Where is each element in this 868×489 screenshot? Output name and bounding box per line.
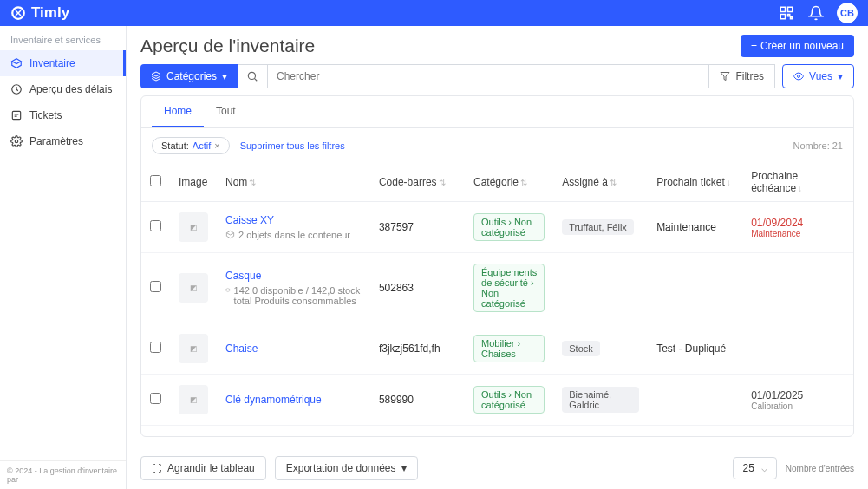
barcode-cell: 387597	[370, 202, 465, 253]
assignee-badge: Stock	[562, 341, 600, 356]
col-assignee: Assigné à	[562, 176, 608, 188]
category-badge[interactable]: Outils › Non catégorisé	[473, 213, 545, 241]
qr-icon[interactable]	[778, 4, 795, 22]
select-all-checkbox[interactable]	[150, 175, 161, 186]
filter-icon	[720, 71, 730, 82]
close-icon[interactable]: ×	[214, 140, 219, 151]
svg-rect-3	[780, 15, 785, 19]
sort-icon[interactable]: ⇅	[249, 178, 256, 187]
item-name-link[interactable]: Caisse XY	[225, 214, 274, 226]
item-name-link[interactable]: Chaise	[225, 342, 258, 355]
row-checkbox[interactable]	[150, 281, 161, 292]
table-row: ◩ Casque142,0 disponible / 142,0 stock t…	[141, 253, 853, 323]
sort-icon[interactable]: ⇅	[439, 178, 446, 187]
tab-all[interactable]: Tout	[204, 96, 248, 127]
svg-point-9	[248, 72, 255, 79]
table-row: ◩ Caisse XY2 objets dans le conteneur 38…	[141, 202, 853, 253]
item-subtext: 142,0 disponible / 142,0 stock total Pro…	[225, 285, 362, 306]
item-name-link[interactable]: Casque	[225, 270, 261, 282]
next-ticket-cell	[648, 253, 742, 323]
row-checkbox[interactable]	[150, 342, 161, 353]
views-button[interactable]: Vues ▾	[782, 64, 854, 88]
item-thumbnail: ◩	[179, 273, 208, 303]
col-category: Catégorie	[473, 176, 519, 188]
cube-icon	[225, 230, 235, 239]
next-ticket-cell: Maintenance	[648, 202, 742, 253]
filter-chip-status[interactable]: Statut: Actif ×	[152, 137, 230, 154]
col-next-due: Prochaine échéance	[751, 170, 798, 194]
inventory-table: Image Nom⇅ Code-barres⇅ Catégorie⇅ Assig…	[141, 163, 853, 436]
due-type: Calibration	[751, 401, 845, 411]
col-barcode: Code-barres	[379, 176, 437, 188]
brand-name: Timly	[31, 4, 69, 22]
brand-logo[interactable]: Timly	[10, 4, 69, 22]
due-date: 01/09/2024	[751, 217, 845, 229]
row-checkbox[interactable]	[150, 393, 161, 404]
clear-filters-link[interactable]: Supprimer tous les filtres	[240, 140, 345, 151]
due-date: 01/01/2025	[751, 389, 845, 401]
table-row: ◩ Clé dynamométrique 589990 Outils › Non…	[141, 375, 853, 426]
chevron-down-icon: ▾	[222, 70, 227, 82]
search-button[interactable]	[238, 64, 268, 88]
page-size-select[interactable]: 25 ⌵	[733, 457, 776, 479]
barcode-cell: 589990	[370, 375, 465, 426]
svg-rect-4	[788, 15, 790, 16]
table-row: ◩ Clôture de chantier104,0 disponible / …	[141, 426, 853, 437]
sidebar-item-label: Paramètres	[29, 135, 83, 147]
sidebar-item-inventory[interactable]: Inventaire	[0, 50, 126, 76]
bell-icon[interactable]	[807, 4, 825, 22]
timly-logo-icon	[10, 5, 26, 21]
sidebar: Inventaire et services Inventaire Aperçu…	[0, 26, 127, 489]
search-input[interactable]	[268, 64, 709, 88]
tab-home[interactable]: Home	[152, 96, 204, 127]
barcode-cell: 502863	[370, 253, 465, 323]
sidebar-item-settings[interactable]: Paramètres	[0, 128, 126, 154]
sort-icon[interactable]: ↓	[798, 184, 802, 193]
col-next-ticket: Prochain ticket	[656, 176, 725, 188]
item-thumbnail: ◩	[179, 385, 208, 414]
chevron-down-icon: ▾	[401, 462, 407, 474]
entries-label: Nombre d'entrées	[786, 464, 854, 473]
sidebar-item-label: Aperçu des délais	[29, 83, 112, 95]
col-name: Nom	[225, 176, 247, 188]
item-name-link[interactable]: Clé dynamométrique	[225, 394, 322, 406]
avatar[interactable]: CB	[837, 3, 858, 23]
category-badge[interactable]: Outils › Non catégorisé	[473, 386, 545, 414]
svg-point-10	[798, 75, 800, 78]
row-checkbox[interactable]	[150, 220, 161, 231]
due-type: Maintenance	[751, 229, 845, 238]
barcode-cell: f3jkzj561fd,fh	[370, 323, 465, 375]
eye-icon	[793, 71, 804, 82]
plus-icon: +	[751, 40, 757, 52]
chevron-down-icon: ▾	[838, 70, 843, 82]
create-new-button[interactable]: + Créer un nouveau	[741, 35, 854, 57]
export-button[interactable]: Exportation de données ▾	[275, 456, 418, 480]
result-count: Nombre: 21	[793, 140, 843, 151]
sort-icon[interactable]: ⇅	[610, 178, 617, 187]
gear-icon	[10, 135, 23, 147]
assignee-badge: Truffaut, Félix	[562, 219, 634, 235]
next-ticket-cell	[648, 426, 742, 437]
expand-table-button[interactable]: Agrandir le tableau	[140, 456, 266, 480]
category-badge[interactable]: Équipements de sécurité › Non catégorisé	[473, 264, 545, 312]
assignee-badge: Bienaimé, Galdric	[562, 387, 639, 413]
svg-point-8	[15, 140, 18, 143]
sort-icon[interactable]: ↓	[727, 178, 731, 187]
sort-icon[interactable]: ⇅	[520, 178, 527, 187]
next-ticket-cell: Test - Dupliqué	[648, 323, 742, 375]
category-badge[interactable]: Mobilier › Chaises	[473, 335, 545, 362]
sidebar-item-tickets[interactable]: Tickets	[0, 102, 126, 128]
table-row: ◩ Chaise f3jkzj561fd,fh Mobilier › Chais…	[141, 323, 853, 375]
sidebar-item-label: Inventaire	[29, 57, 75, 69]
cube-icon	[225, 285, 231, 295]
item-subtext: 2 objets dans le conteneur	[225, 230, 362, 240]
box-icon	[10, 57, 23, 69]
search-icon	[246, 70, 258, 82]
sidebar-footer: © 2024 - La gestion d'inventaire par	[0, 460, 126, 489]
svg-rect-5	[791, 17, 793, 19]
categories-button[interactable]: Catégories ▾	[140, 64, 238, 88]
item-thumbnail: ◩	[179, 334, 208, 363]
ticket-icon	[10, 109, 23, 121]
filters-button[interactable]: Filtres	[709, 64, 775, 88]
sidebar-item-deadlines[interactable]: Aperçu des délais	[0, 76, 126, 102]
